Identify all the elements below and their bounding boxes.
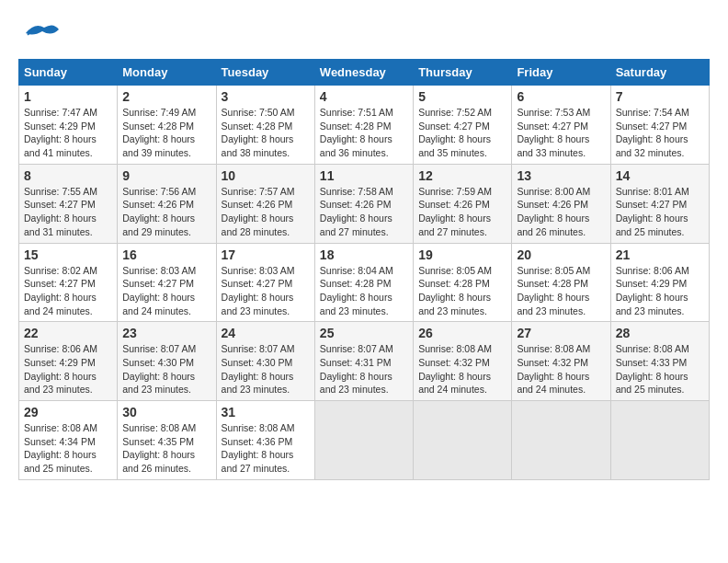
calendar-cell: 7 Sunrise: 7:54 AMSunset: 4:27 PMDayligh…	[610, 86, 709, 165]
day-number: 21	[616, 247, 704, 262]
day-info: Sunrise: 8:08 AMSunset: 4:33 PMDaylight:…	[616, 343, 689, 395]
day-number: 14	[616, 168, 704, 183]
calendar-cell: 3 Sunrise: 7:50 AMSunset: 4:28 PMDayligh…	[216, 86, 314, 165]
calendar-cell: 30 Sunrise: 8:08 AMSunset: 4:35 PMDaylig…	[118, 401, 216, 480]
calendar-cell: 17 Sunrise: 8:03 AMSunset: 4:27 PMDaylig…	[216, 243, 314, 322]
calendar-cell: 22 Sunrise: 8:06 AMSunset: 4:29 PMDaylig…	[19, 322, 118, 401]
calendar-cell: 24 Sunrise: 8:07 AMSunset: 4:30 PMDaylig…	[216, 322, 314, 401]
calendar-cell	[610, 401, 709, 480]
day-info: Sunrise: 7:56 AMSunset: 4:26 PMDaylight:…	[122, 186, 196, 237]
header-monday: Monday	[118, 60, 216, 86]
day-number: 8	[24, 168, 112, 183]
day-info: Sunrise: 8:08 AMSunset: 4:34 PMDaylight:…	[24, 422, 97, 474]
calendar-cell: 31 Sunrise: 8:08 AMSunset: 4:36 PMDaylig…	[216, 401, 314, 480]
day-info: Sunrise: 7:49 AMSunset: 4:28 PMDaylight:…	[122, 107, 196, 158]
calendar-cell: 15 Sunrise: 8:02 AMSunset: 4:27 PMDaylig…	[19, 243, 118, 322]
day-info: Sunrise: 8:05 AMSunset: 4:28 PMDaylight:…	[418, 265, 492, 316]
day-info: Sunrise: 8:03 AMSunset: 4:27 PMDaylight:…	[122, 265, 196, 316]
day-info: Sunrise: 8:07 AMSunset: 4:30 PMDaylight:…	[222, 343, 295, 395]
day-info: Sunrise: 7:50 AMSunset: 4:28 PMDaylight:…	[222, 107, 295, 158]
calendar-cell: 23 Sunrise: 8:07 AMSunset: 4:30 PMDaylig…	[118, 322, 216, 401]
day-number: 23	[122, 326, 210, 340]
calendar-cell: 25 Sunrise: 8:07 AMSunset: 4:31 PMDaylig…	[314, 322, 413, 401]
day-number: 17	[222, 247, 310, 262]
calendar-header-row: SundayMondayTuesdayWednesdayThursdayFrid…	[19, 60, 710, 86]
header-sunday: Sunday	[19, 60, 118, 86]
calendar-cell: 14 Sunrise: 8:01 AMSunset: 4:27 PMDaylig…	[610, 164, 709, 243]
day-info: Sunrise: 8:03 AMSunset: 4:27 PMDaylight:…	[222, 265, 295, 316]
calendar-cell: 10 Sunrise: 7:57 AMSunset: 4:26 PMDaylig…	[216, 164, 314, 243]
day-number: 11	[320, 168, 408, 183]
day-number: 12	[418, 168, 506, 183]
header-saturday: Saturday	[610, 60, 709, 86]
day-info: Sunrise: 7:57 AMSunset: 4:26 PMDaylight:…	[222, 186, 295, 237]
day-number: 28	[616, 326, 704, 340]
calendar-cell	[414, 401, 512, 480]
calendar-cell: 9 Sunrise: 7:56 AMSunset: 4:26 PMDayligh…	[118, 164, 216, 243]
calendar-cell: 11 Sunrise: 7:58 AMSunset: 4:26 PMDaylig…	[314, 164, 413, 243]
day-number: 20	[517, 247, 605, 262]
day-number: 27	[517, 326, 605, 340]
day-info: Sunrise: 8:08 AMSunset: 4:35 PMDaylight:…	[122, 422, 196, 474]
day-number: 31	[222, 405, 310, 419]
header-thursday: Thursday	[414, 60, 512, 86]
calendar-cell: 2 Sunrise: 7:49 AMSunset: 4:28 PMDayligh…	[118, 86, 216, 165]
day-info: Sunrise: 8:04 AMSunset: 4:28 PMDaylight:…	[320, 265, 393, 316]
calendar-cell: 12 Sunrise: 7:59 AMSunset: 4:26 PMDaylig…	[414, 164, 512, 243]
calendar-cell	[512, 401, 610, 480]
day-info: Sunrise: 8:00 AMSunset: 4:26 PMDaylight:…	[517, 186, 590, 237]
calendar-cell: 21 Sunrise: 8:06 AMSunset: 4:29 PMDaylig…	[610, 243, 709, 322]
day-number: 7	[616, 89, 704, 104]
page-header	[18, 15, 710, 52]
day-number: 25	[320, 326, 408, 340]
header-wednesday: Wednesday	[314, 60, 413, 86]
calendar-cell	[314, 401, 413, 480]
calendar-cell: 1 Sunrise: 7:47 AMSunset: 4:29 PMDayligh…	[19, 86, 118, 165]
day-info: Sunrise: 7:54 AMSunset: 4:27 PMDaylight:…	[616, 107, 689, 158]
day-info: Sunrise: 8:08 AMSunset: 4:36 PMDaylight:…	[222, 422, 295, 474]
calendar-cell: 27 Sunrise: 8:08 AMSunset: 4:32 PMDaylig…	[512, 322, 610, 401]
header-tuesday: Tuesday	[216, 60, 314, 86]
calendar-cell: 26 Sunrise: 8:08 AMSunset: 4:32 PMDaylig…	[414, 322, 512, 401]
day-number: 29	[24, 405, 112, 419]
day-number: 13	[517, 168, 605, 183]
calendar-cell: 18 Sunrise: 8:04 AMSunset: 4:28 PMDaylig…	[314, 243, 413, 322]
header-friday: Friday	[512, 60, 610, 86]
day-number: 5	[418, 89, 506, 104]
day-number: 15	[24, 247, 112, 262]
day-info: Sunrise: 8:07 AMSunset: 4:31 PMDaylight:…	[320, 343, 393, 395]
day-info: Sunrise: 7:52 AMSunset: 4:27 PMDaylight:…	[418, 107, 492, 158]
day-info: Sunrise: 8:02 AMSunset: 4:27 PMDaylight:…	[24, 265, 97, 316]
calendar-table: SundayMondayTuesdayWednesdayThursdayFrid…	[18, 59, 710, 480]
day-number: 6	[517, 89, 605, 104]
calendar-week-row: 8 Sunrise: 7:55 AMSunset: 4:27 PMDayligh…	[19, 164, 710, 243]
day-info: Sunrise: 8:08 AMSunset: 4:32 PMDaylight:…	[418, 343, 492, 395]
day-number: 3	[222, 89, 310, 104]
calendar-cell: 6 Sunrise: 7:53 AMSunset: 4:27 PMDayligh…	[512, 86, 610, 165]
day-info: Sunrise: 7:55 AMSunset: 4:27 PMDaylight:…	[24, 186, 97, 237]
day-info: Sunrise: 7:59 AMSunset: 4:26 PMDaylight:…	[418, 186, 492, 237]
day-info: Sunrise: 8:07 AMSunset: 4:30 PMDaylight:…	[122, 343, 196, 395]
day-number: 9	[122, 168, 210, 183]
day-number: 4	[320, 89, 408, 104]
day-info: Sunrise: 8:06 AMSunset: 4:29 PMDaylight:…	[24, 343, 97, 395]
day-number: 22	[24, 326, 112, 340]
calendar-week-row: 29 Sunrise: 8:08 AMSunset: 4:34 PMDaylig…	[19, 401, 710, 480]
calendar-cell: 20 Sunrise: 8:05 AMSunset: 4:28 PMDaylig…	[512, 243, 610, 322]
calendar-cell: 4 Sunrise: 7:51 AMSunset: 4:28 PMDayligh…	[314, 86, 413, 165]
day-info: Sunrise: 7:51 AMSunset: 4:28 PMDaylight:…	[320, 107, 393, 158]
day-number: 26	[418, 326, 506, 340]
calendar-week-row: 15 Sunrise: 8:02 AMSunset: 4:27 PMDaylig…	[19, 243, 710, 322]
day-info: Sunrise: 8:01 AMSunset: 4:27 PMDaylight:…	[616, 186, 689, 237]
day-info: Sunrise: 7:47 AMSunset: 4:29 PMDaylight:…	[24, 107, 97, 158]
calendar-week-row: 1 Sunrise: 7:47 AMSunset: 4:29 PMDayligh…	[19, 86, 710, 165]
day-number: 24	[222, 326, 310, 340]
calendar-cell: 16 Sunrise: 8:03 AMSunset: 4:27 PMDaylig…	[118, 243, 216, 322]
calendar-cell: 19 Sunrise: 8:05 AMSunset: 4:28 PMDaylig…	[414, 243, 512, 322]
day-number: 16	[122, 247, 210, 262]
day-info: Sunrise: 8:08 AMSunset: 4:32 PMDaylight:…	[517, 343, 590, 395]
day-info: Sunrise: 7:58 AMSunset: 4:26 PMDaylight:…	[320, 186, 393, 237]
day-number: 1	[24, 89, 112, 104]
calendar-cell: 28 Sunrise: 8:08 AMSunset: 4:33 PMDaylig…	[610, 322, 709, 401]
calendar-week-row: 22 Sunrise: 8:06 AMSunset: 4:29 PMDaylig…	[19, 322, 710, 401]
